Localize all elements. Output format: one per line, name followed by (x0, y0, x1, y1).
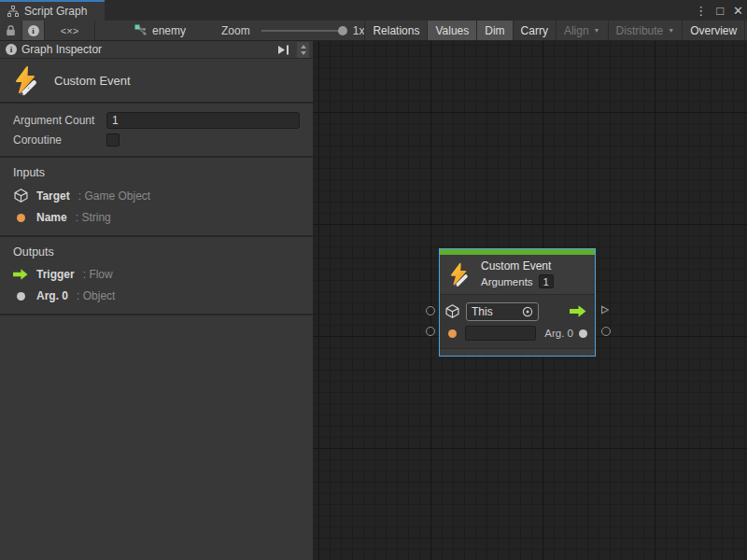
scroll-down-icon[interactable] (301, 51, 306, 55)
colon: : (77, 289, 79, 302)
object-picker-icon[interactable] (522, 306, 533, 317)
coroutine-checkbox[interactable] (106, 133, 120, 147)
port-type: : Game Object (78, 189, 150, 203)
port-row-trigger: Trigger : Flow (13, 268, 300, 281)
overview-label: Overview (690, 24, 737, 37)
arguments-label: Arguments (481, 276, 533, 287)
dim-button[interactable]: Dim (476, 21, 512, 40)
zoom-slider[interactable] (261, 30, 344, 32)
node-header[interactable]: Custom Event Arguments 1 (440, 255, 595, 294)
target-value: This (472, 305, 518, 318)
info-icon: i (6, 44, 17, 55)
port-name: Trigger (36, 268, 75, 281)
values-label: Values (435, 24, 469, 37)
values-button[interactable]: Values (427, 21, 476, 40)
lock-icon (6, 24, 16, 36)
argument-count-input[interactable] (106, 112, 300, 129)
flow-arrow-icon (13, 269, 28, 280)
outputs-section: Outputs Trigger : Flow Arg. 0 : Object (0, 237, 313, 315)
port-type-text: Object (83, 289, 116, 302)
argument-count-row: Argument Count (13, 112, 300, 129)
relations-button[interactable]: Relations (364, 21, 427, 40)
argument-count-label: Argument Count (13, 114, 106, 127)
arg0-label: Arg. 0 (544, 328, 573, 339)
graph-inspector-panel: i Graph Inspector (0, 41, 314, 560)
event-name-input[interactable] (465, 326, 536, 341)
node-ports: This Arg. 0 (440, 294, 595, 348)
maximize-icon[interactable]: □ (716, 5, 724, 17)
node-row-target: This (445, 301, 588, 321)
title-bar: Script Graph ⋮ □ ✕ (0, 0, 747, 21)
port-row-name: Name : String (13, 211, 300, 224)
string-dot-icon (13, 214, 28, 222)
scroll-up-icon[interactable] (301, 45, 306, 49)
node-arguments-row: Arguments 1 (481, 274, 554, 288)
node-row-arg: Arg. 0 (445, 325, 588, 342)
port-type: : Flow (83, 268, 113, 281)
colon: : (78, 189, 81, 203)
dim-label: Dim (485, 24, 504, 37)
node-title: Custom Event (481, 259, 554, 273)
object-dot-icon[interactable] (579, 329, 587, 338)
custom-event-node[interactable]: Custom Event Arguments 1 This (439, 248, 596, 357)
toolbar-left-group: i <×> (0, 21, 95, 40)
scroll-stepper[interactable] (297, 42, 309, 58)
zoom-control: Zoom 1x (221, 24, 364, 37)
inspector-title: Graph Inspector (21, 43, 273, 56)
target-object-dropdown[interactable]: This (466, 302, 539, 321)
port-name: Name (36, 211, 67, 224)
input-port-target[interactable] (426, 306, 435, 315)
dock-panel-icon[interactable] (277, 45, 289, 55)
colon: : (76, 211, 78, 224)
object-dot-icon (13, 292, 28, 301)
node-header-text: Custom Event Arguments 1 (481, 259, 554, 288)
graph-canvas[interactable]: Custom Event Arguments 1 This (314, 41, 747, 560)
tab-script-graph[interactable]: Script Graph (0, 0, 105, 21)
distribute-label: Distribute (616, 24, 664, 37)
align-button[interactable]: Align ▼ (556, 21, 608, 40)
custom-event-icon (447, 261, 472, 287)
hierarchy-icon (7, 6, 19, 17)
port-type: : String (76, 211, 111, 224)
output-port-arg0[interactable] (601, 327, 611, 336)
chevron-down-icon: ▼ (668, 27, 674, 34)
info-icon: i (28, 25, 39, 36)
carry-label: Carry (521, 24, 548, 37)
unit-title: Custom Event (54, 74, 131, 88)
toolbar-middle: enemy Zoom 1x (95, 21, 364, 40)
overview-button[interactable]: Overview (682, 21, 744, 40)
coroutine-label: Coroutine (13, 133, 106, 147)
port-name: Arg. 0 (36, 289, 68, 302)
distribute-button[interactable]: Distribute ▼ (608, 21, 683, 40)
output-port-trigger[interactable] (600, 305, 610, 315)
zoom-label: Zoom (221, 24, 250, 37)
string-dot-icon[interactable] (448, 329, 457, 338)
port-type-text: String (81, 211, 110, 224)
inspector-toggle-button[interactable]: i (22, 21, 45, 40)
graph-name: enemy (152, 24, 186, 37)
main-area: i Graph Inspector (0, 41, 747, 560)
port-row-target: Target : Game Object (13, 189, 300, 203)
lock-button[interactable] (0, 21, 22, 40)
unit-header: Custom Event (0, 59, 313, 104)
kebab-menu-icon[interactable]: ⋮ (695, 5, 707, 17)
carry-button[interactable]: Carry (513, 21, 556, 40)
coroutine-row: Coroutine (13, 133, 300, 147)
graph-icon (134, 24, 148, 36)
port-type-text: Flow (89, 268, 112, 281)
cube-icon (445, 304, 459, 318)
edit-code-button[interactable]: <×> (45, 21, 95, 40)
inputs-title: Inputs (13, 166, 300, 179)
toolbar: i <×> enemy Zoom 1x Relations (0, 21, 747, 41)
port-type: : Object (77, 289, 115, 302)
flow-arrow-icon[interactable] (570, 305, 586, 317)
input-port-name[interactable] (426, 327, 435, 336)
outputs-title: Outputs (13, 245, 300, 259)
graph-breadcrumb[interactable]: enemy (134, 24, 186, 37)
arguments-value: 1 (539, 274, 554, 288)
node-footer (440, 348, 595, 356)
align-label: Align (564, 24, 589, 37)
close-icon[interactable]: ✕ (733, 5, 743, 17)
cube-icon (13, 189, 28, 203)
zoom-slider-handle[interactable] (338, 26, 347, 35)
